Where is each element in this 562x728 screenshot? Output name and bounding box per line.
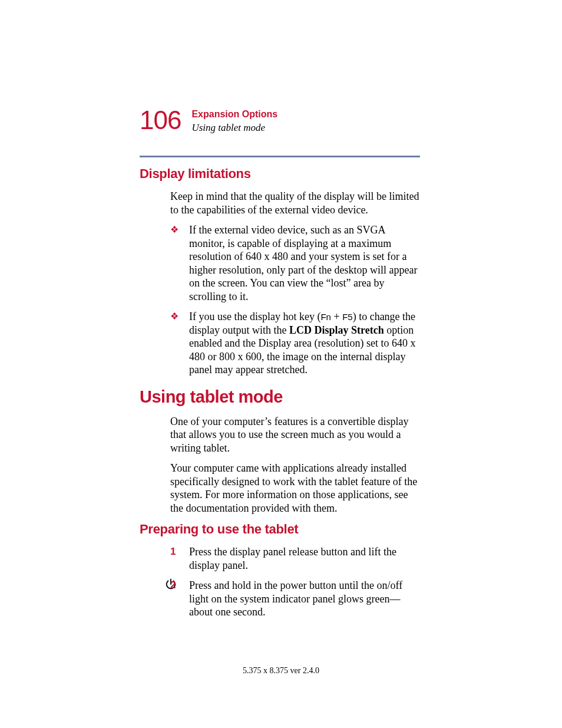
heading-preparing-tablet: Preparing to use the tablet	[140, 522, 420, 537]
bullet-text: If you use the display hot key (Fn + F5)…	[189, 311, 415, 375]
chapter-title: Expansion Options	[191, 108, 277, 120]
step-item: 1 Press the display panel release button…	[170, 545, 420, 572]
key-fn: Fn	[320, 312, 331, 322]
diamond-bullet-icon: ❖	[170, 311, 178, 322]
page-header: 106 Expansion Options Using tablet mode	[140, 107, 420, 134]
paragraph: Your computer came with applications alr…	[170, 462, 420, 515]
key-f5: F5	[342, 312, 353, 322]
step-text: Press and hold in the power button until…	[189, 579, 402, 618]
page-number: 106	[140, 107, 181, 133]
header-rule	[140, 156, 420, 157]
bold-text: LCD Display Stretch	[289, 324, 384, 336]
heading-display-limitations: Display limitations	[140, 166, 420, 182]
step-item: 2 Press and hold in the power button unt…	[170, 579, 420, 619]
paragraph: One of your computer’s features is a con…	[170, 415, 420, 455]
bullet-text: If the external video device, such as an…	[189, 224, 417, 302]
paragraph: Keep in mind that the quality of the dis…	[170, 190, 420, 216]
section-subtitle: Using tablet mode	[191, 122, 277, 134]
footer-text: 5.375 x 8.375 ver 2.4.0	[0, 666, 562, 676]
diamond-bullet-icon: ❖	[170, 224, 178, 236]
document-page: 106 Expansion Options Using tablet mode …	[0, 0, 562, 728]
step-text: Press the display panel release button a…	[189, 546, 396, 571]
header-text-block: Expansion Options Using tablet mode	[191, 107, 277, 134]
step-number: 2	[170, 579, 176, 591]
page-content: Display limitations Keep in mind that th…	[140, 166, 420, 626]
heading-using-tablet-mode: Using tablet mode	[140, 387, 420, 407]
bullet-item: ❖ If you use the display hot key (Fn + F…	[170, 310, 420, 377]
step-number: 1	[170, 545, 176, 558]
bullet-item: ❖ If the external video device, such as …	[170, 223, 420, 303]
